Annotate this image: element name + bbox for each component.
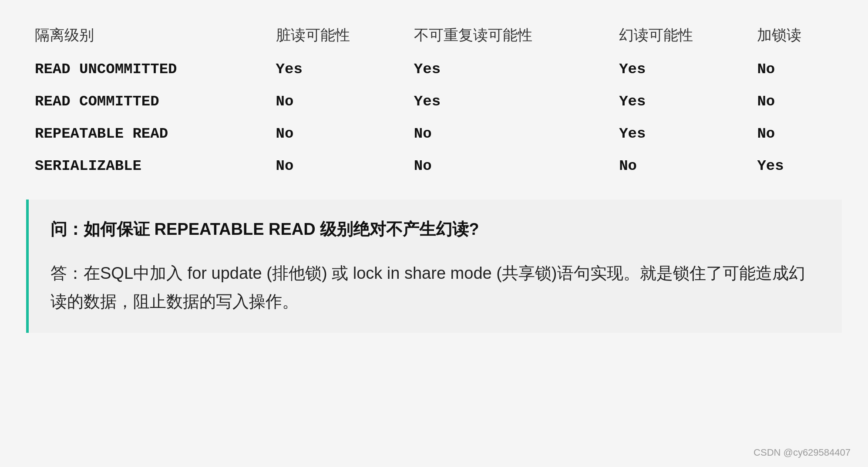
cell-level: SERIALIZABLE — [26, 150, 267, 182]
cell-dirty-read: No — [267, 85, 405, 118]
header-dirty-read: 脏读可能性 — [267, 17, 405, 53]
question-text: 问：如何保证 REPEATABLE READ 级别绝对不产生幻读? — [50, 217, 820, 242]
header-non-repeatable-read: 不可重复读可能性 — [405, 17, 610, 53]
isolation-table-section: 隔离级别 脏读可能性 不可重复读可能性 幻读可能性 加锁读 READ UNCOM… — [26, 17, 842, 182]
brand-label: CSDN @cy629584407 — [754, 447, 851, 458]
header-locking-read: 加锁读 — [748, 17, 842, 53]
cell-level: READ UNCOMMITTED — [26, 53, 267, 85]
table-row: READ UNCOMMITTEDYesYesYesNo — [26, 53, 842, 85]
cell-phantom-read: Yes — [610, 118, 748, 150]
cell-locking-read: No — [748, 53, 842, 85]
cell-non-repeatable-read: Yes — [405, 85, 610, 118]
cell-locking-read: Yes — [748, 150, 842, 182]
header-phantom-read: 幻读可能性 — [610, 17, 748, 53]
cell-non-repeatable-read: No — [405, 118, 610, 150]
qa-section: 问：如何保证 REPEATABLE READ 级别绝对不产生幻读? 答：在SQL… — [26, 200, 842, 333]
table-row: SERIALIZABLENoNoNoYes — [26, 150, 842, 182]
cell-phantom-read: Yes — [610, 53, 748, 85]
cell-locking-read: No — [748, 85, 842, 118]
cell-dirty-read: No — [267, 150, 405, 182]
cell-level: READ COMMITTED — [26, 85, 267, 118]
cell-dirty-read: No — [267, 118, 405, 150]
cell-level: REPEATABLE READ — [26, 118, 267, 150]
cell-phantom-read: No — [610, 150, 748, 182]
isolation-level-table: 隔离级别 脏读可能性 不可重复读可能性 幻读可能性 加锁读 READ UNCOM… — [26, 17, 842, 182]
answer-text: 答：在SQL中加入 for update (排他锁) 或 lock in sha… — [50, 259, 820, 315]
cell-locking-read: No — [748, 118, 842, 150]
cell-non-repeatable-read: Yes — [405, 53, 610, 85]
cell-dirty-read: Yes — [267, 53, 405, 85]
table-row: REPEATABLE READNoNoYesNo — [26, 118, 842, 150]
table-row: READ COMMITTEDNoYesYesNo — [26, 85, 842, 118]
cell-non-repeatable-read: No — [405, 150, 610, 182]
cell-phantom-read: Yes — [610, 85, 748, 118]
header-level: 隔离级别 — [26, 17, 267, 53]
